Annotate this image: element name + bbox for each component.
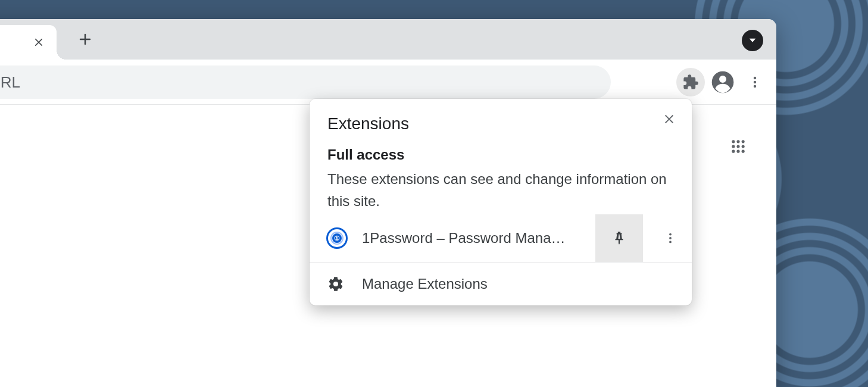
extension-row: ① 1Password – Password Mana…: [310, 214, 692, 263]
popup-close-button[interactable]: [658, 108, 680, 130]
svg-point-2: [754, 76, 756, 79]
svg-point-14: [669, 233, 672, 236]
puzzle-icon: [682, 74, 699, 90]
close-tab-button[interactable]: [32, 35, 46, 49]
section-description: These extensions can see and change info…: [327, 168, 674, 212]
omnibox[interactable]: // show partial fragment as in screensho…: [0, 65, 611, 99]
svg-point-3: [754, 80, 756, 83]
active-tab[interactable]: [0, 25, 57, 60]
svg-point-4: [754, 85, 756, 87]
close-icon: [663, 113, 675, 125]
svg-point-1: [719, 76, 726, 83]
popup-title: Extensions: [327, 114, 409, 133]
manage-extensions-row[interactable]: Manage Extensions: [310, 263, 692, 305]
pin-extension-button[interactable]: [595, 214, 643, 262]
svg-point-15: [669, 237, 672, 239]
address-input[interactable]: [0, 73, 611, 91]
close-icon: [33, 37, 44, 48]
gear-icon: [327, 276, 344, 292]
svg-point-13: [742, 150, 745, 153]
browser-menu-button[interactable]: [741, 68, 769, 96]
new-tab-button[interactable]: [73, 27, 97, 51]
plus-icon: [78, 32, 92, 46]
svg-point-7: [742, 140, 745, 143]
google-apps-button[interactable]: [724, 132, 753, 161]
svg-point-9: [736, 145, 739, 148]
tab-strip: [0, 19, 776, 60]
svg-point-10: [742, 145, 745, 148]
onepassword-glyph: ①: [332, 233, 342, 243]
svg-point-12: [736, 150, 739, 153]
kebab-icon: [748, 75, 762, 89]
kebab-icon: [664, 232, 677, 245]
extension-more-button[interactable]: [657, 225, 683, 251]
person-circle-icon: [711, 70, 735, 94]
profile-button[interactable]: [708, 68, 737, 96]
pin-icon: [611, 230, 627, 246]
toolbar: // show partial fragment as in screensho…: [0, 60, 776, 105]
section-heading: Full access: [327, 146, 674, 163]
full-access-section: Full access These extensions can see and…: [310, 137, 692, 214]
svg-point-8: [732, 145, 735, 148]
svg-point-5: [732, 140, 735, 143]
svg-point-16: [669, 241, 672, 244]
extension-name[interactable]: 1Password – Password Mana…: [362, 230, 581, 246]
extension-icon-1password: ①: [326, 227, 348, 249]
svg-point-6: [736, 140, 739, 143]
apps-grid-icon: [730, 138, 747, 155]
extensions-button[interactable]: [676, 68, 705, 96]
manage-extensions-label: Manage Extensions: [362, 276, 488, 292]
caret-down-in-circle-icon: [748, 36, 757, 45]
svg-point-11: [732, 150, 735, 153]
extensions-popup: Extensions Full access These extensions …: [310, 99, 692, 305]
search-tabs-button[interactable]: [742, 30, 763, 51]
